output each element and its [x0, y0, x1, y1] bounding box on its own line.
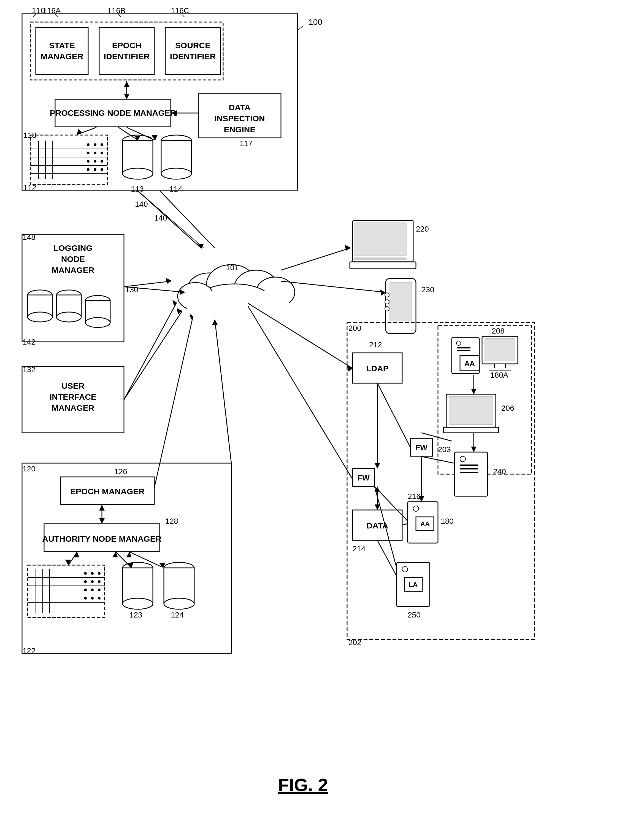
diagram: STATE MANAGER EPOCH IDENTIFIER SOURCE ID…	[0, 0, 644, 799]
svg-text:180A: 180A	[490, 371, 509, 379]
svg-point-194	[460, 456, 465, 462]
svg-point-42	[161, 168, 191, 179]
svg-text:148: 148	[23, 233, 36, 242]
svg-text:101: 101	[226, 263, 239, 272]
svg-line-54	[297, 26, 303, 30]
svg-rect-17	[30, 135, 107, 185]
svg-line-149	[124, 281, 171, 287]
svg-rect-196	[460, 468, 478, 470]
svg-rect-187	[449, 396, 493, 424]
svg-text:USER: USER	[61, 381, 84, 390]
svg-marker-150	[166, 278, 171, 284]
svg-point-109	[84, 572, 87, 575]
svg-text:116C: 116C	[171, 6, 189, 15]
svg-point-118	[84, 597, 87, 599]
svg-rect-5	[99, 28, 154, 75]
svg-text:120: 120	[23, 465, 36, 473]
svg-point-30	[101, 151, 103, 154]
svg-text:MANAGER: MANAGER	[41, 52, 84, 61]
svg-line-239	[138, 191, 204, 248]
svg-line-244	[215, 320, 231, 463]
svg-text:122: 122	[23, 646, 36, 655]
svg-point-31	[87, 160, 90, 163]
svg-rect-156	[350, 262, 416, 269]
svg-line-151	[124, 303, 176, 400]
svg-text:220: 220	[416, 225, 429, 233]
svg-text:MANAGER: MANAGER	[52, 403, 95, 412]
svg-point-87	[86, 318, 110, 328]
svg-point-176	[456, 341, 461, 345]
svg-point-81	[28, 312, 52, 322]
svg-point-25	[87, 144, 90, 146]
svg-text:EPOCH MANAGER: EPOCH MANAGER	[70, 487, 145, 496]
svg-point-32	[94, 160, 96, 163]
ref-140-label: 140	[135, 200, 148, 208]
svg-point-115	[84, 588, 87, 591]
svg-text:230: 230	[422, 285, 434, 294]
svg-text:180: 180	[441, 517, 454, 526]
svg-text:ENGINE: ENGINE	[224, 125, 255, 134]
svg-line-242	[124, 312, 182, 400]
svg-rect-163	[390, 282, 412, 321]
svg-line-148	[160, 191, 215, 248]
svg-rect-177	[457, 347, 470, 348]
svg-text:116B: 116B	[107, 6, 125, 15]
svg-text:240: 240	[493, 467, 506, 476]
svg-text:216: 216	[408, 492, 421, 501]
svg-rect-188	[443, 427, 499, 433]
svg-text:LDAP: LDAP	[366, 364, 389, 373]
svg-text:SOURCE: SOURCE	[175, 41, 210, 50]
svg-point-116	[91, 588, 94, 591]
svg-point-110	[91, 572, 94, 575]
svg-text:MANAGER: MANAGER	[52, 265, 95, 275]
svg-text:128: 128	[165, 517, 178, 526]
svg-marker-243	[177, 308, 182, 314]
svg-point-119	[91, 597, 94, 599]
svg-point-228	[402, 566, 408, 572]
svg-rect-2	[36, 28, 88, 75]
svg-text:200: 200	[348, 324, 361, 332]
svg-point-33	[101, 160, 103, 163]
svg-rect-158	[354, 258, 406, 260]
svg-rect-180	[485, 339, 515, 361]
svg-point-28	[87, 151, 90, 154]
svg-text:IDENTIFIER: IDENTIFIER	[170, 52, 216, 61]
svg-text:LOGGING: LOGGING	[53, 243, 93, 253]
svg-text:250: 250	[408, 611, 421, 619]
svg-text:142: 142	[23, 338, 36, 346]
svg-text:203: 203	[438, 445, 451, 454]
svg-text:FW: FW	[358, 474, 370, 482]
svg-rect-8	[165, 28, 220, 75]
svg-text:AUTHORITY NODE MANAGER: AUTHORITY NODE MANAGER	[42, 534, 162, 543]
svg-point-120	[98, 597, 101, 599]
svg-text:123: 123	[129, 611, 142, 619]
svg-text:114: 114	[170, 185, 182, 193]
svg-text:212: 212	[369, 340, 382, 349]
svg-rect-178	[457, 350, 470, 351]
svg-point-123	[123, 598, 153, 609]
svg-text:208: 208	[492, 327, 505, 335]
svg-text:206: 206	[501, 404, 514, 412]
ref-100: 100	[308, 17, 322, 27]
svg-point-36	[101, 168, 103, 171]
svg-marker-152	[173, 300, 177, 306]
svg-text:AA: AA	[420, 520, 430, 527]
svg-point-117	[98, 588, 101, 591]
svg-text:PROCESSING NODE MANAGER: PROCESSING NODE MANAGER	[50, 108, 176, 117]
svg-point-112	[84, 580, 87, 583]
svg-rect-197	[460, 472, 478, 473]
svg-rect-182	[489, 368, 511, 370]
svg-rect-73	[187, 291, 289, 316]
svg-text:STATE: STATE	[49, 41, 75, 50]
svg-point-222	[413, 506, 419, 511]
svg-text:202: 202	[348, 638, 361, 647]
svg-text:112: 112	[23, 183, 36, 192]
main-svg: STATE MANAGER EPOCH IDENTIFIER SOURCE ID…	[0, 0, 644, 799]
svg-text:124: 124	[171, 611, 184, 619]
svg-rect-157	[354, 223, 406, 256]
svg-text:132: 132	[23, 365, 36, 374]
svg-marker-161	[345, 245, 350, 251]
svg-point-165	[385, 300, 389, 304]
svg-text:116A: 116A	[43, 6, 61, 15]
svg-text:LA: LA	[409, 581, 418, 588]
